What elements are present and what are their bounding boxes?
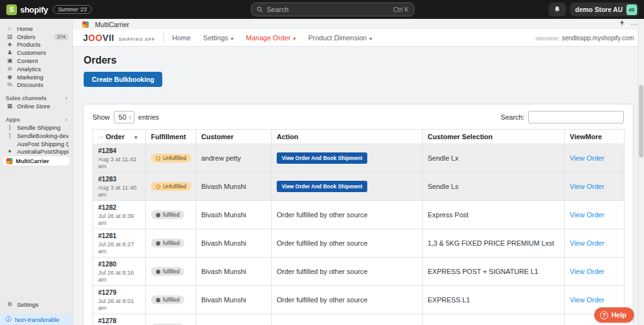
sort-icon: ↓↑ bbox=[98, 135, 103, 140]
app-nav-settings[interactable]: Settings ▾ bbox=[203, 34, 233, 42]
viewmore-cell: View Order bbox=[565, 229, 625, 258]
pin-icon[interactable] bbox=[619, 21, 625, 28]
page-size-select[interactable]: 50 ↕ bbox=[114, 111, 135, 123]
sendle-icon: ) bbox=[6, 133, 14, 139]
fulfillment-badge: fulfilled bbox=[151, 267, 184, 276]
filled-circle-icon bbox=[156, 241, 160, 246]
sales-channels-header[interactable]: Sales channels › bbox=[0, 94, 72, 102]
sales-channels-label: Sales channels bbox=[6, 95, 47, 101]
book-shipment-button[interactable]: View Order And Book Shipment bbox=[277, 152, 367, 164]
view-order-link[interactable]: View Order bbox=[570, 239, 604, 247]
sidebar-item-discounts[interactable]: %Discounts bbox=[0, 81, 72, 89]
scrollbar-thumb[interactable] bbox=[639, 85, 643, 157]
table-search-input[interactable] bbox=[528, 111, 624, 123]
order-cell: #1282Jul 26 at 8:39 am bbox=[93, 201, 146, 229]
order-number: #1280 bbox=[98, 260, 140, 268]
column-header-viewmore[interactable]: ViewMore bbox=[565, 130, 625, 144]
app-nav: HomeSettings ▾Manage Order ▾Product Dime… bbox=[172, 34, 385, 42]
action-text: Order fulfilled by other source bbox=[277, 296, 367, 304]
sidebar-item-home[interactable]: ⌂Home bbox=[0, 25, 72, 33]
sidebar-item-customers[interactable]: ♟Customers bbox=[0, 48, 72, 57]
view-order-link[interactable]: View Order bbox=[570, 183, 604, 190]
sidebar-item-multicarrier[interactable]: MultiCarrier bbox=[3, 156, 70, 166]
sidebar-item-label: Customers bbox=[17, 49, 46, 56]
store-menu-button[interactable]: demo Store AU dS bbox=[570, 3, 639, 16]
view-order-link[interactable]: View Order bbox=[570, 154, 604, 162]
app-nav-product-dimension[interactable]: Product Dimension ▾ bbox=[308, 34, 372, 42]
sidebar-item-australiapostshipping-v2[interactable]: ●AustraliaPostShipping_v2 bbox=[0, 148, 72, 156]
fulfillment-cell: fulfilled bbox=[146, 229, 196, 258]
sidebar-item-content[interactable]: ▣Content bbox=[0, 57, 72, 65]
customer-selection-cell: Sendle Lx bbox=[423, 144, 565, 173]
viewmore-cell: View Order bbox=[565, 173, 625, 201]
action-cell: View Order And Book Shipment bbox=[272, 173, 423, 201]
action-text: Order fulfilled by other source bbox=[277, 268, 367, 275]
entries-label: entries bbox=[138, 113, 159, 121]
table-row: #1280Jul 26 at 8:16 amfulfilledBivash Mu… bbox=[93, 258, 625, 286]
sidebar-item-label: Analytics bbox=[17, 66, 41, 72]
sidebar-item-sendle-shipping[interactable]: )Sendle Shipping bbox=[0, 123, 72, 132]
app-nav-home[interactable]: Home bbox=[172, 34, 191, 42]
shopify-logo[interactable]: S shopify bbox=[0, 4, 48, 15]
create-bulkbooking-button[interactable]: Create Bulkbooking bbox=[84, 72, 162, 87]
order-date: Aug 3 at 11:40 am bbox=[98, 184, 140, 198]
global-search-input[interactable]: Search Ctrl K bbox=[251, 3, 414, 16]
shopify-top-bar: S shopify Summer '23 Search Ctrl K demo … bbox=[0, 0, 644, 19]
orders-table: ↓↑Order▼FulfillmentCustomerActionCustome… bbox=[92, 129, 625, 325]
fulfillment-status: fulfilled bbox=[163, 212, 179, 218]
search-placeholder: Search bbox=[267, 6, 389, 13]
table-body: #1284Aug 3 at 11:42 amUnfulfilledandrew … bbox=[93, 144, 625, 325]
view-order-link[interactable]: View Order bbox=[570, 268, 604, 275]
action-text: Order fulfilled by other source bbox=[277, 239, 367, 247]
customer-selection-cell: EXPRESS POST + SIGNATURE L1 bbox=[423, 258, 565, 286]
chevron-right-icon: › bbox=[65, 95, 67, 101]
sidebar-item-products[interactable]: ◈Products bbox=[0, 41, 72, 49]
column-header-customer[interactable]: Customer bbox=[196, 130, 272, 144]
select-arrows-icon: ↕ bbox=[129, 115, 131, 120]
fulfillment-badge: fulfilled bbox=[151, 239, 184, 248]
overflow-menu-icon[interactable]: ⋯ bbox=[631, 21, 638, 28]
fulfillment-cell: fulfilled bbox=[146, 258, 196, 286]
fulfillment-badge: Unfulfilled bbox=[151, 154, 191, 162]
table-row: #1279Jul 26 at 8:01 amfulfilledBivash Mu… bbox=[93, 286, 625, 314]
app-nav-manage-order[interactable]: Manage Order ▾ bbox=[246, 34, 296, 42]
help-button[interactable]: ? Help bbox=[594, 307, 634, 322]
viewmore-cell: View Order bbox=[565, 201, 625, 229]
sidebar-item-orders[interactable]: ▤Orders274 bbox=[0, 33, 72, 41]
apps-header[interactable]: Apps › bbox=[0, 116, 72, 123]
order-date: Jul 26 at 8:27 am bbox=[98, 241, 140, 254]
orders-card: Show 50 ↕ entries Search: ↓↑Order▼Fulfil… bbox=[84, 105, 633, 325]
view-order-link[interactable]: View Order bbox=[570, 211, 604, 219]
column-header-customer-selection[interactable]: Customer Selection bbox=[423, 130, 565, 144]
sidebar-item-label: MultiCarrier bbox=[16, 157, 49, 164]
column-header-action[interactable]: Action bbox=[272, 130, 423, 144]
view-order-link[interactable]: View Order bbox=[570, 296, 604, 304]
marketing-icon: ◉ bbox=[6, 74, 14, 80]
sidebar-item-sendlebooking-dev[interactable]: )SendleBooking-dev bbox=[0, 132, 72, 140]
analytics-icon: ılı bbox=[6, 66, 14, 72]
non-transferable-banner[interactable]: ⓘ Non-transferable bbox=[0, 314, 72, 325]
store-icon: ▦ bbox=[6, 103, 14, 109]
sidebar-item-analytics[interactable]: ılıAnalytics bbox=[0, 65, 72, 73]
sidebar-item-label: SendleBooking-dev bbox=[17, 132, 69, 139]
page-scrollbar[interactable] bbox=[638, 19, 644, 325]
notifications-button[interactable] bbox=[548, 3, 566, 16]
settings-label: Settings bbox=[17, 301, 38, 308]
main-area: MultiCarrier ⋯ JOOVII SHIPPING APP HomeS… bbox=[73, 19, 644, 325]
sidebar-item-settings[interactable]: ⚙ Settings bbox=[0, 300, 72, 309]
table-row: #1278Jul 26 at 7:01 amfulfilledBivash Mu… bbox=[93, 314, 625, 325]
column-header-fulfillment[interactable]: Fulfillment bbox=[146, 130, 196, 144]
home-icon: ⌂ bbox=[6, 26, 14, 31]
brand-oo: OO bbox=[88, 33, 103, 43]
joovii-logo[interactable]: JOOVII SHIPPING APP bbox=[83, 33, 155, 43]
sidebar-item-marketing[interactable]: ◉Marketing bbox=[0, 73, 72, 81]
order-number: #1281 bbox=[98, 232, 140, 239]
sidebar-item-auspost-shipping-quote-[interactable]: AusPost Shipping Quote &... bbox=[0, 140, 72, 148]
column-header-order[interactable]: ↓↑Order▼ bbox=[93, 130, 146, 144]
sitename: sitename: sendleapp.myshopify.com bbox=[535, 35, 634, 42]
column-header-label: Fulfillment bbox=[151, 133, 186, 140]
table-search-label: Search: bbox=[501, 113, 525, 121]
book-shipment-button[interactable]: View Order And Book Shipment bbox=[277, 181, 367, 192]
order-number: #1284 bbox=[98, 147, 140, 154]
sidebar-item-online-store[interactable]: ▦Online Store bbox=[0, 102, 72, 110]
